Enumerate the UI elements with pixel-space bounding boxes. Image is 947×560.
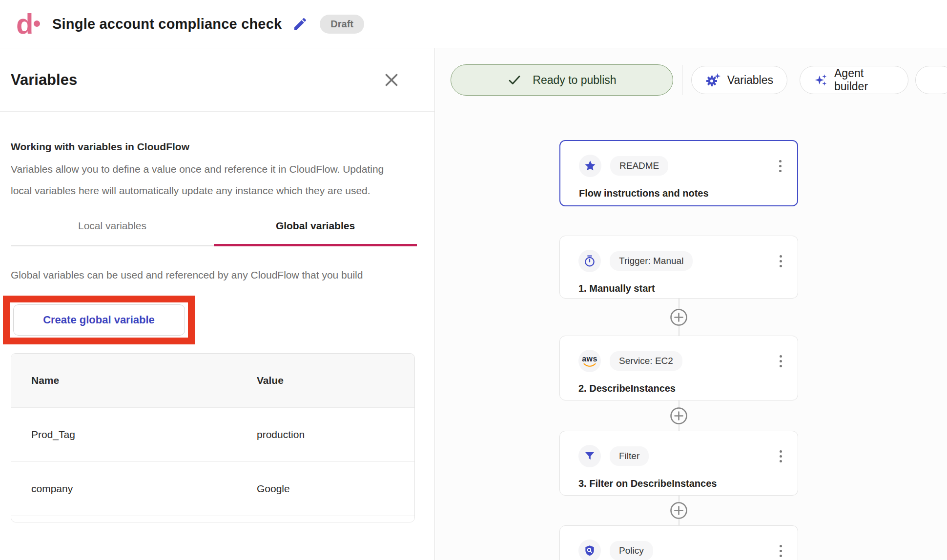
create-global-variable-button[interactable]: Create global variable: [13, 304, 185, 336]
timer-icon: [578, 250, 601, 272]
node-trigger-manual[interactable]: Trigger: Manual 1. Manually start: [559, 236, 798, 299]
node-type-pill: Policy: [610, 541, 653, 560]
node-policy[interactable]: Policy: [559, 525, 798, 560]
aws-icon: aws: [578, 350, 601, 372]
global-variables-description: Global variables can be used and referen…: [11, 264, 401, 286]
kebab-menu-icon[interactable]: [778, 448, 784, 464]
tab-local-variables[interactable]: Local variables: [11, 214, 214, 246]
table-row[interactable]: company Google: [11, 462, 414, 516]
edit-title-icon[interactable]: [292, 16, 308, 32]
add-step-icon[interactable]: [670, 407, 688, 425]
table-row-partial: [11, 516, 414, 522]
variables-button[interactable]: Variables: [691, 66, 787, 94]
annotation-highlight-rectangle: Create global variable: [3, 296, 195, 344]
table-row[interactable]: Prod_Tag production: [11, 408, 414, 462]
kebab-menu-icon[interactable]: [778, 353, 784, 369]
publish-button-label: Ready to publish: [533, 74, 616, 87]
app-logo: d: [16, 9, 41, 39]
gear-sparkle-icon: [705, 72, 721, 88]
variable-name: company: [11, 483, 237, 495]
flow-connector: [559, 496, 798, 525]
add-step-icon[interactable]: [670, 501, 688, 520]
flow-canvas[interactable]: Ready to publish Variables: [435, 48, 947, 560]
agent-builder-button-label: Agent builder: [834, 67, 894, 93]
column-header-value: Value: [237, 375, 414, 386]
intro-body: Variables allow you to define a value on…: [11, 159, 396, 201]
variable-value: Google: [237, 483, 414, 495]
flow-connector: [559, 400, 798, 431]
sparkles-icon: [814, 72, 828, 88]
ready-to-publish-button[interactable]: Ready to publish: [451, 64, 673, 96]
variables-button-label: Variables: [727, 74, 773, 87]
variables-panel: Variables Working with variables in Clou…: [0, 48, 435, 560]
global-variables-table: Name Value Prod_Tag production company G…: [11, 353, 415, 522]
toolbar-divider: [682, 65, 682, 95]
close-icon[interactable]: [383, 71, 400, 89]
agent-builder-button[interactable]: Agent builder: [800, 66, 908, 94]
variables-panel-body: Working with variables in CloudFlow Vari…: [0, 112, 434, 522]
filter-icon: [578, 445, 601, 467]
kebab-menu-icon[interactable]: [778, 543, 784, 559]
toolbar-button-cutoff[interactable]: [915, 66, 947, 94]
table-header-row: Name Value: [11, 354, 414, 408]
kebab-menu-icon[interactable]: [778, 253, 784, 269]
node-type-pill: Trigger: Manual: [610, 251, 693, 271]
node-filter[interactable]: Filter 3. Filter on DescribeInstances: [559, 431, 798, 496]
star-icon: [579, 155, 601, 177]
canvas-toolbar: Ready to publish Variables: [451, 64, 947, 96]
flow-node-stack: README Flow instructions and notes Trigg…: [559, 140, 798, 560]
flow-title: Single account compliance check: [52, 16, 282, 32]
policy-shield-icon: [578, 540, 601, 560]
node-type-pill: Service: EC2: [610, 351, 682, 371]
flow-connector: [559, 299, 798, 336]
variable-name: Prod_Tag: [11, 429, 237, 440]
app-header: d Single account compliance check Draft: [0, 0, 947, 48]
variables-panel-header: Variables: [0, 48, 434, 112]
kebab-menu-icon[interactable]: [777, 158, 783, 174]
add-step-icon[interactable]: [670, 308, 688, 326]
node-type-pill: Filter: [610, 446, 649, 466]
node-service-ec2[interactable]: aws Service: EC2 2. DescribeInstances: [559, 336, 798, 400]
status-badge: Draft: [320, 15, 364, 34]
checkmark-icon: [507, 73, 522, 87]
canvas-gap: [559, 206, 798, 236]
intro-title: Working with variables in CloudFlow: [11, 141, 417, 153]
tab-global-variables[interactable]: Global variables: [214, 214, 417, 246]
variables-tabs: Local variables Global variables: [11, 214, 417, 246]
node-readme[interactable]: README Flow instructions and notes: [559, 140, 798, 206]
variable-value: production: [237, 429, 414, 440]
column-header-name: Name: [11, 375, 237, 386]
panel-title: Variables: [11, 71, 77, 89]
node-type-pill: README: [610, 156, 668, 176]
